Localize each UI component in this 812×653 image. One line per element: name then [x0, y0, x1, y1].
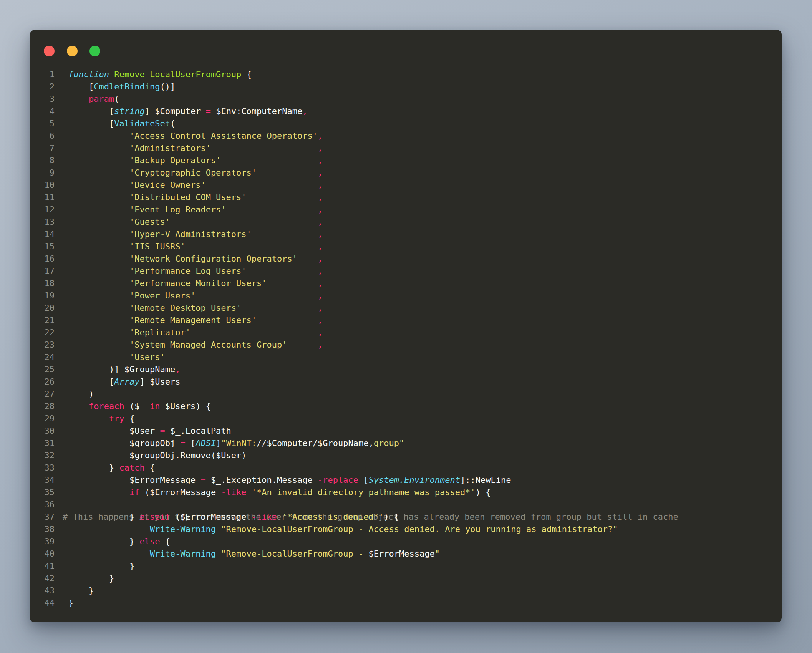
code-line: 44} [30, 597, 782, 609]
code-token: $groupObj [68, 438, 180, 448]
code-token: = [180, 438, 185, 448]
code-token: [ [358, 475, 369, 485]
code-token: = [160, 426, 165, 436]
line-number: 29 [30, 413, 55, 425]
line-number: 44 [30, 597, 55, 609]
code-token: System.Environment [369, 475, 460, 485]
code-token: CmdletBinding [94, 82, 160, 91]
code-token: Array [114, 377, 139, 386]
code-token: { [241, 70, 252, 79]
code-token: $_.Exception.Message [206, 475, 318, 485]
code-token: 'Distributed COM Users' [129, 192, 247, 202]
code-token: $Users) { [160, 401, 210, 411]
code-token: $_.LocalPath [165, 426, 231, 436]
code-token: = [206, 106, 211, 116]
line-number: 14 [30, 228, 55, 240]
code-token: 'System Managed Accounts Group' [129, 340, 287, 350]
code-line: 22 'Replicator' , [30, 326, 782, 339]
code-text: } [68, 585, 94, 597]
code-line: 36 [30, 499, 782, 511]
code-token: 'IIS_IUSRS' [129, 242, 186, 251]
code-token: , [318, 291, 323, 300]
code-token [68, 291, 129, 300]
line-number: 5 [30, 118, 55, 130]
code-token [68, 315, 129, 325]
code-line: 28 foreach ($_ in $Users) { [30, 400, 782, 413]
code-line: 12 'Event Log Readers' , [30, 204, 782, 216]
code-line: 27 ) [30, 388, 782, 400]
code-token [247, 266, 318, 276]
code-token: " [435, 549, 440, 559]
code-token [68, 266, 129, 276]
line-number: 34 [30, 474, 55, 486]
code-line: 43 } [30, 585, 782, 597]
zoom-button[interactable] [89, 46, 100, 56]
line-number: 41 [30, 560, 55, 572]
code-token: $ErrorMessage [68, 475, 201, 485]
code-token: function [68, 70, 109, 79]
code-token: group" [374, 438, 404, 448]
line-number: 16 [30, 253, 55, 265]
code-token: -replace [318, 475, 358, 485]
line-number: 31 [30, 437, 55, 449]
code-token: 'Power Users' [129, 291, 196, 300]
code-token: 'Remote Desktop Users' [129, 303, 241, 313]
code-line: 33 } catch { [30, 462, 782, 474]
line-number: 38 [30, 523, 55, 535]
code-token: $Env:ComputerName [211, 106, 302, 116]
code-line: 31 $groupObj = [ADSI]"WinNT://$Computer/… [30, 437, 782, 449]
close-button[interactable] [44, 46, 55, 56]
code-line: 41 } [30, 560, 782, 572]
code-text: function Remove-LocalUserFromGroup { [68, 68, 252, 81]
code-line: 13 'Guests' , [30, 216, 782, 228]
code-token: $User [68, 426, 160, 436]
code-token [68, 487, 129, 497]
code-line: 26 [Array] $Users [30, 376, 782, 388]
code-token: try [109, 414, 124, 423]
code-line: 42 } [30, 572, 782, 585]
code-token: ()] [160, 82, 175, 91]
code-token: Write-Warning [150, 524, 216, 534]
code-token: ] $Users [139, 377, 180, 386]
code-token: '*Access is denied*' [282, 512, 384, 522]
code-token: -like [252, 512, 277, 522]
code-token: } [68, 586, 94, 595]
code-text: param( [68, 93, 119, 105]
line-number: 27 [30, 388, 55, 400]
line-number: 2 [30, 81, 55, 93]
code-text: foreach ($_ in $Users) { [68, 400, 211, 413]
code-token [68, 254, 129, 264]
code-token: { [124, 414, 135, 423]
line-number: 26 [30, 376, 55, 388]
code-text: try { [68, 413, 134, 425]
code-token [267, 278, 318, 288]
code-token: $groupObj.Remove($User) [68, 451, 247, 460]
line-number: 10 [30, 179, 55, 191]
code-token: 'Hyper-V Administrators' [129, 229, 252, 239]
code-token: "Remove-LocalUserFromGroup - Access deni… [221, 524, 618, 534]
code-token: //$Computer/$GroupName, [257, 438, 374, 448]
code-token [186, 242, 318, 251]
line-number: 19 [30, 290, 55, 302]
line-number: 28 [30, 400, 55, 413]
code-token: ] $Computer [145, 106, 206, 116]
code-token: , [302, 106, 307, 116]
line-number: 17 [30, 265, 55, 277]
minimize-button[interactable] [67, 46, 78, 56]
code-token [216, 524, 221, 534]
line-number: 9 [30, 167, 55, 179]
code-token [68, 352, 129, 362]
code-token [221, 156, 318, 165]
window-titlebar [30, 30, 782, 56]
code-token: elseif [139, 512, 170, 522]
code-line: 2 [CmdletBinding()] [30, 81, 782, 93]
code-token: } [68, 512, 139, 522]
line-number: 39 [30, 535, 55, 548]
code-token: , [318, 315, 323, 325]
code-line: 9 'Cryptographic Operators' , [30, 167, 782, 179]
code-text: if ($ErrorMessage -like '*An invalid dir… [68, 486, 491, 499]
code-token [252, 229, 318, 239]
code-token [241, 303, 318, 313]
code-token: Write-Warning [150, 549, 216, 559]
code-token: , [318, 143, 323, 153]
